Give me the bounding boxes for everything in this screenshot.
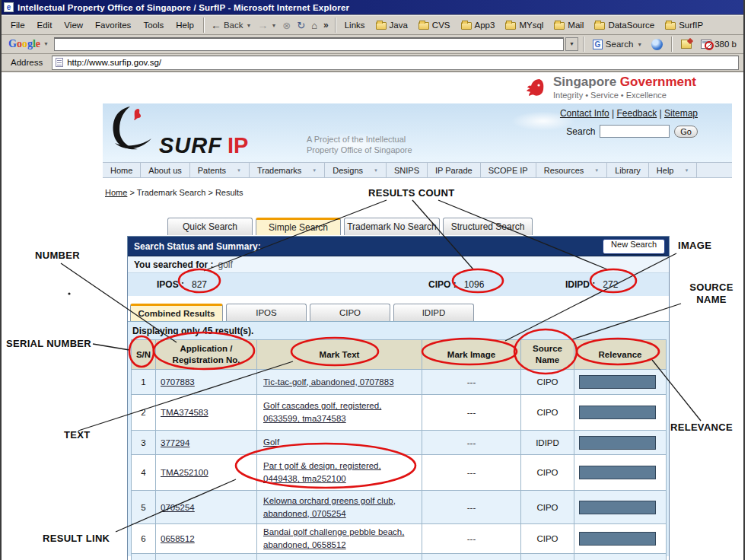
refresh-button[interactable]: ↻ [294,18,308,33]
google-search-input[interactable] [54,37,564,51]
google-dropdown-icon[interactable]: ▼ [43,41,49,47]
relevance-bar [579,466,656,479]
menu-edit[interactable]: Edit [31,18,59,33]
cipo-count: CIPO : 1096 [428,279,484,290]
annotation-image: IMAGE [678,240,711,251]
mark-text-link[interactable]: Kelowna orchard greens golf club, abando… [263,496,396,518]
back-dropdown-icon[interactable]: ▼ [246,23,251,28]
chevron-down-icon: ▼ [684,168,689,173]
mark-text-link[interactable]: Par t golf & design, registered, 0449438… [263,461,381,483]
nav-home[interactable]: Home [103,163,141,177]
chevron-down-icon: ▼ [374,168,378,173]
new-search-button[interactable]: New Search [603,239,665,254]
menu-favorites[interactable]: Favorites [89,18,137,33]
nav-patents[interactable]: Patents▼ [190,163,250,177]
table-row: 1 0707883 Tic-tac-golf, abandoned, 07078… [132,370,667,395]
nav-about-us[interactable]: About us [141,163,189,177]
menu-tools[interactable]: Tools [137,18,170,33]
annotation-results-count: RESULTS COUNT [368,187,454,199]
link-app3[interactable]: App3 [456,19,501,31]
row-sn: 1 [132,370,156,395]
link-mail[interactable]: Mail [549,19,589,31]
link-java[interactable]: Java [371,19,413,31]
home-icon: ⌂ [311,20,317,31]
google-toolbar: Google ▼ ▼ G Search ▼ 380 b [2,35,743,54]
source-counts-row: IPOS : 827 CIPO : 1096 IDIPD : 272 [128,273,669,296]
menu-help[interactable]: Help [170,18,200,33]
sitemap-link[interactable]: Sitemap [664,108,698,119]
searched-for-row: You searched for : golf [128,256,669,273]
menu-view[interactable]: View [58,18,89,33]
annotation-relevance: RELEVANCE [670,422,733,433]
site-search: Search Go [566,125,698,138]
application-no-link[interactable]: 0705254 [161,503,195,512]
mark-image-cell: --- [422,395,521,431]
mark-text-link[interactable]: Golf cascades golf, registered, 0633599,… [263,401,381,423]
logo-ip-text: IP [228,134,248,157]
forward-button[interactable]: → ▼ [254,18,279,33]
link-cvs[interactable]: CVS [413,19,456,31]
mark-image-cell: --- [422,491,521,524]
gov-name: Singapore Government [553,75,696,89]
link-datasource[interactable]: DataSource [589,19,660,31]
back-button[interactable]: ← Back ▼ [208,18,255,33]
tab-quick-search[interactable]: Quick Search [167,218,253,235]
menu-file[interactable]: File [5,18,31,33]
link-surfip[interactable]: SurfIP [660,19,708,31]
nav-scope-ip[interactable]: SCOPE IP [481,163,536,177]
tab-idipd[interactable]: IDIPD [393,304,474,321]
address-input[interactable] [67,58,735,67]
google-earth-button[interactable] [648,37,667,52]
application-no-link[interactable]: 377294 [161,438,189,447]
title-bar[interactable]: e Intellectual Property Office of Singap… [2,0,743,15]
mark-text-link[interactable]: Bandai golf challenge pebble beach, aban… [263,527,404,549]
toolbar-overflow-button[interactable]: » [320,18,332,32]
feedback-link[interactable]: Feedback [616,108,657,119]
toolbar-separator [335,18,336,33]
tab-ipos[interactable]: IPOS [226,304,307,321]
application-no-link[interactable]: 0658512 [161,534,195,543]
google-search-button[interactable]: G Search ▼ [589,38,646,51]
tab-simple-search[interactable]: Simple Search [256,218,341,235]
address-field[interactable] [52,56,739,70]
tab-combined-results[interactable]: Combined Results [130,304,223,321]
mark-text-link[interactable]: Golf [263,438,279,447]
folder-icon [505,22,516,30]
go-button[interactable]: Go [674,126,698,138]
search-dropdown-icon[interactable]: ▼ [637,42,642,47]
nav-snips[interactable]: SNIPS [387,163,428,177]
idipd-count: IDIPD : 272 [565,279,618,290]
autofill-button[interactable] [677,38,695,50]
breadcrumb-home-link[interactable]: Home [105,188,127,197]
nav-ip-parade[interactable]: IP Parade [428,163,481,177]
stop-button[interactable]: ⊗ [279,18,294,33]
row-sn: 6 [132,524,156,554]
table-row: 6 0658512 Bandai golf challenge pebble b… [132,524,667,554]
contact-info-link[interactable]: Contact Info [560,108,609,119]
popup-blocker-button[interactable]: 380 b [697,38,740,50]
nav-designs[interactable]: Designs▼ [325,163,387,177]
tab-trademark-no-search[interactable]: Trademark No Search [344,218,440,235]
folder-icon [376,22,387,30]
tab-cipo[interactable]: CIPO [310,304,390,321]
nav-help[interactable]: Help▼ [649,163,698,177]
nav-resources[interactable]: Resources▼ [536,163,608,177]
folder-icon [461,22,472,30]
forward-dropdown-icon[interactable]: ▼ [271,23,276,28]
tab-structured-search[interactable]: Structured Search [443,218,533,235]
home-button[interactable]: ⌂ [308,18,320,33]
application-no-link[interactable]: TMA374583 [161,408,208,417]
nav-library[interactable]: Library [607,163,649,177]
link-mysql[interactable]: MYsql [500,19,549,31]
mark-text-link[interactable]: Tic-tac-golf, abandoned, 0707883 [263,377,394,387]
nav-trademarks[interactable]: Trademarks▼ [250,163,325,177]
application-no-link[interactable]: TMA252100 [161,468,208,477]
google-input-dropdown-icon[interactable]: ▼ [565,37,578,51]
source-cell: CIPO [521,524,574,554]
mark-image-cell: --- [422,370,521,395]
google-logo[interactable]: Google ▼ [5,38,53,50]
chevron-down-icon: ▼ [312,168,317,173]
site-search-input[interactable] [600,125,670,138]
application-no-link[interactable]: 0707883 [161,377,195,387]
source-cell: CIPO [521,455,574,491]
